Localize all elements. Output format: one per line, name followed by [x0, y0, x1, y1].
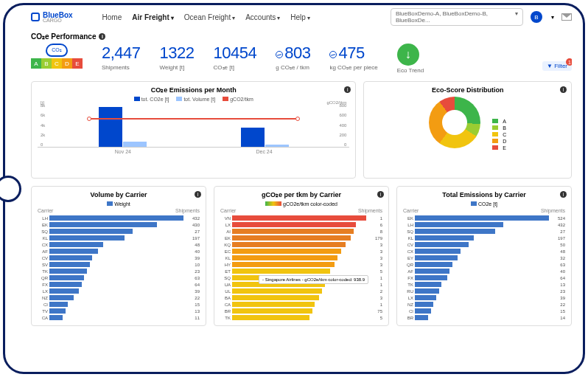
kpi-label: g CO₂e / tkm [276, 64, 310, 71]
bar [232, 229, 354, 234]
legend-item: tot. Volume [t] [176, 97, 215, 102]
info-icon[interactable]: i [195, 191, 201, 198]
logo[interactable]: BlueBox CARGO [31, 11, 73, 23]
carrier-code: CV [403, 243, 415, 247]
carrier-code: FX [403, 276, 415, 280]
info-icon[interactable]: i [560, 191, 567, 198]
bar [49, 282, 82, 287]
carrier-value: 197 [183, 236, 200, 241]
bar [241, 128, 265, 147]
filter-button[interactable]: ▼ Filter 1 [542, 61, 572, 71]
org-selector[interactable]: BlueBoxDemo-A, BlueBoxDemo-B, BlueBoxDe.… [391, 8, 523, 26]
carrier-code: EK [220, 236, 232, 241]
nav-item[interactable]: Home [102, 13, 122, 21]
bar [415, 288, 439, 294]
carrier-code: UA [220, 283, 232, 287]
avatar[interactable]: B [531, 11, 542, 23]
bar [49, 255, 92, 260]
legend-item: A [492, 119, 506, 124]
carrier-row: TV13 [38, 308, 200, 314]
legend-item: tot. CO2e [t] [134, 97, 169, 102]
co2-month-card: CO₂e Emissions per Month i tot. CO2e [t]… [31, 81, 356, 179]
carrier-row: CV50 [403, 241, 565, 248]
carrier-value: 39 [183, 256, 200, 260]
kpi-value: 10454 [214, 44, 257, 63]
col-left: Carrier [220, 208, 236, 213]
carrier-value: 32 [549, 256, 565, 260]
donut-legend: ABCDE [492, 119, 506, 152]
carrier-code: AF [403, 269, 415, 274]
info-icon[interactable]: i [344, 86, 351, 93]
carrier-code: FX [38, 283, 49, 287]
legend-swatch [471, 201, 477, 206]
carrier-value: 14 [549, 316, 565, 320]
carrier-code: EC [220, 249, 232, 254]
carrier-code: NZ [403, 302, 415, 307]
info-icon[interactable]: i [560, 86, 567, 93]
card-title: gCO₂e per tkm by Carrier [220, 191, 382, 198]
chevron-down-icon: ▾ [307, 15, 310, 21]
carrier-row: CA11 [38, 314, 200, 321]
col-right: Shipments [358, 208, 382, 213]
nav-item[interactable]: Air Freight▾ [132, 13, 174, 21]
logo-icon [31, 13, 40, 21]
carrier-code: EK [403, 216, 415, 221]
carrier-code: ET [220, 269, 232, 274]
legend-item: C [492, 132, 506, 137]
carrier-code: KL [220, 256, 232, 260]
carrier-row: CX48 [38, 241, 200, 248]
envelope-icon[interactable] [561, 13, 572, 21]
carrier-row: KL197 [403, 235, 565, 241]
carrier-code: EY [403, 256, 415, 260]
eco-grade-badge: CO₂ ABCDE [31, 44, 83, 69]
tablet-home-button[interactable] [0, 176, 21, 202]
carrier-row: KL197 [38, 235, 200, 241]
bar [232, 222, 356, 227]
carrier-code: KL [38, 236, 49, 241]
charts-row-2: Volume by Carrier i Weight CarrierShipme… [31, 186, 572, 326]
bar [49, 235, 125, 241]
carrier-value: 5 [366, 316, 382, 320]
bar [415, 302, 433, 307]
filter-icon: ▼ [547, 63, 553, 69]
col-left: Carrier [403, 208, 419, 213]
card-title: Total Emissions by Carrier [403, 191, 565, 198]
grade-C: C [52, 58, 62, 69]
bar [232, 315, 309, 320]
carrier-value: 1 [366, 283, 382, 287]
legend-item: B [492, 125, 506, 131]
col-right: Shipments [541, 208, 565, 213]
carrier-code: UL [220, 289, 232, 294]
gco2-bars: VN1LX6AI8EK179KQ3EC3KL3HY3ET5SQ1UA1UL2BA… [220, 215, 382, 321]
bar [415, 222, 503, 227]
chevron-down-icon: ▾ [277, 15, 280, 21]
legend-gradient [265, 201, 281, 206]
kpi-label: kg CO₂e per piece [329, 64, 377, 71]
nav-item[interactable]: Help▾ [290, 13, 310, 21]
carrier-code: BA [220, 296, 232, 300]
kpi-value: 803 [276, 44, 310, 63]
grade-E: E [72, 58, 83, 69]
carrier-code: CV [38, 256, 49, 260]
carrier-code: CA [220, 302, 232, 307]
nav-item[interactable]: Ocean Freight▾ [184, 13, 235, 21]
page-title-row: CO₂e Performance i [31, 32, 572, 41]
nav-item[interactable]: Accounts▾ [245, 13, 280, 21]
carrier-row: BA3 [220, 294, 382, 301]
carrier-code: LH [403, 223, 415, 227]
carrier-row: EC3 [220, 248, 382, 255]
legend-text: Weight [114, 201, 130, 207]
chevron-down-icon: ▾ [171, 15, 174, 21]
emissions-carrier-card: Total Emissions by Carrier i CO2e [t] Ca… [396, 186, 572, 326]
avatar-chevron-icon[interactable]: ▾ [551, 14, 554, 21]
bar [49, 229, 133, 234]
info-icon[interactable]: i [377, 191, 384, 198]
carrier-code: VN [220, 216, 232, 221]
grade-A: A [31, 58, 41, 69]
filter-label: Filter [554, 63, 567, 69]
carrier-code: LX [38, 289, 49, 294]
info-icon[interactable]: i [99, 33, 105, 40]
co2-month-legend: tot. CO2e [t]tot. Volume [t]gCO2/tkm [38, 97, 349, 102]
bar [49, 315, 63, 320]
topbar: BlueBox CARGO HomeAir Freight▾Ocean Frei… [31, 7, 572, 27]
